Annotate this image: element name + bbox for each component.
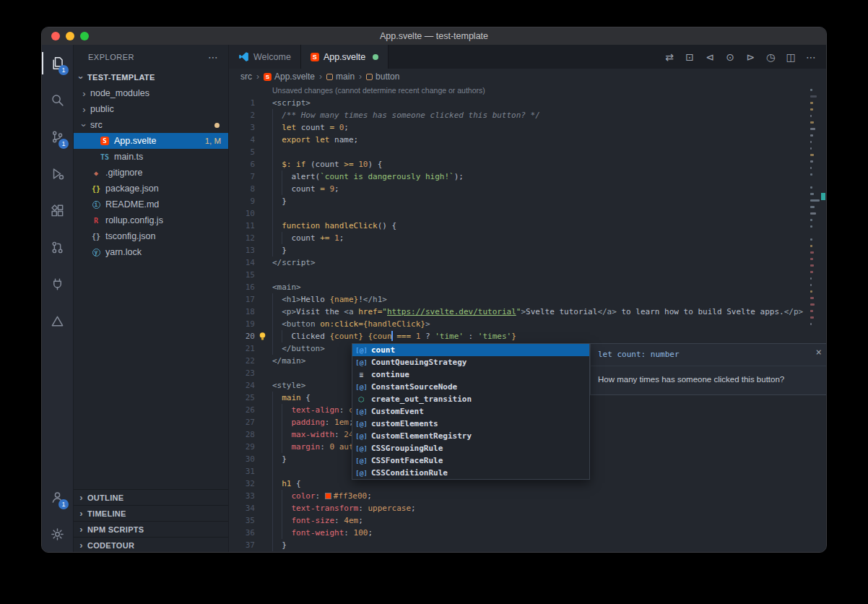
breadcrumb-item-main[interactable]: main [326,72,355,82]
code-line-34[interactable]: 34text-transform: uppercase; [229,502,826,514]
tree-item-public[interactable]: ›public [74,101,228,117]
line-number[interactable]: 5 [229,146,255,158]
tree-item-src[interactable]: ›src [74,117,228,133]
suggest-item-countqueuingstrategy[interactable]: [@]CountQueuingStrategy [352,356,589,368]
code-line-8[interactable]: 8count = 9; [229,183,826,195]
line-number[interactable]: 18 [229,306,255,318]
line-number[interactable]: 1 [229,97,255,109]
line-number[interactable]: 16 [229,281,255,293]
line-number[interactable]: 14 [229,256,255,269]
line-number[interactable]: 2 [229,109,255,121]
line-number[interactable]: 34 [229,502,255,514]
code-line-3[interactable]: 3let count = 0; [229,121,826,134]
activity-item-explorer[interactable]: 1 [42,45,73,82]
line-number[interactable]: 28 [229,428,255,441]
breadcrumb-item-app-svelte[interactable]: SApp.svelte [264,72,315,82]
code-line-35[interactable]: 35font-size: 4em; [229,514,826,527]
tab-app-svelte[interactable]: SApp.svelte [301,45,389,69]
code-line-10[interactable]: 10 [229,207,826,220]
code-line-11[interactable]: 11function handleClick() { [229,220,826,232]
section-npm-scripts[interactable]: ›NPM SCRIPTS [74,521,228,537]
code-line-2[interactable]: 2/** How many times has someone clicked … [229,109,826,121]
file-history-icon[interactable]: ◷ [761,51,780,63]
line-number[interactable]: 21 [229,342,255,355]
tree-item-main-ts[interactable]: TSmain.ts [74,149,228,165]
compare-changes-icon[interactable]: ⇄ [660,51,679,63]
line-number[interactable]: 6 [229,158,255,171]
line-number[interactable]: 30 [229,453,255,465]
line-number[interactable]: 25 [229,392,255,404]
code-line-19[interactable]: 19<button on:click={handleClick}> [229,318,826,330]
open-changes-icon[interactable]: ⊡ [680,51,699,63]
activity-item-source-control[interactable]: 1 [42,118,73,155]
line-number[interactable]: 23 [229,367,255,379]
tree-item-package-json[interactable]: {}package.json [74,181,228,197]
code-line-5[interactable]: 5 [229,146,826,158]
activity-item-remote-explorer[interactable] [42,266,73,303]
next-change-icon[interactable]: ⊳ [741,51,760,63]
breadcrumb-item-src[interactable]: src [240,72,252,82]
code-line-20[interactable]: 20Clicked {count} {coun === 1 ? 'time' :… [229,330,826,342]
line-number[interactable]: 7 [229,171,255,183]
more-actions-icon[interactable]: ⋯ [802,51,820,63]
previous-change-icon[interactable]: ⊲ [700,51,719,63]
code-line-36[interactable]: 36font-weight: 100; [229,527,826,539]
code-line-4[interactable]: 4export let name; [229,134,826,146]
color-swatch[interactable] [325,493,331,499]
tree-item-readme-md[interactable]: iREADME.md [74,197,228,212]
line-number[interactable]: 37 [229,539,255,551]
line-number[interactable]: 29 [229,441,255,453]
more-actions-icon[interactable]: ⋯ [208,51,218,63]
line-number[interactable]: 13 [229,244,255,256]
line-number[interactable]: 3 [229,121,255,134]
tree-item-tsconfig-json[interactable]: {}tsconfig.json [74,228,228,244]
tree-item-app-svelte[interactable]: SApp.svelte1, M [74,133,228,149]
zoom-window-button[interactable] [80,32,89,40]
minimize-window-button[interactable] [66,32,74,40]
gitlens-blame-icon[interactable]: ⊙ [721,51,739,63]
title-bar[interactable]: App.svelte — test-template [42,27,826,45]
tree-item--gitignore[interactable]: ◆.gitignore [74,165,228,181]
split-editor-icon[interactable]: ◫ [781,51,800,63]
minimap[interactable] [810,85,820,553]
code-line-15[interactable]: 15 [229,269,826,281]
line-number[interactable]: 24 [229,379,255,392]
tree-item-node-modules[interactable]: ›node_modules [74,85,228,101]
line-number[interactable]: 11 [229,220,255,232]
suggest-item-continue[interactable]: ≣continue [352,368,589,381]
close-icon[interactable]: × [816,346,822,358]
line-number[interactable]: 8 [229,183,255,195]
line-number[interactable]: 32 [229,478,255,490]
code-line-14[interactable]: 14</script> [229,256,826,269]
suggest-item-create_out_transition[interactable]: ⬡create_out_transition [352,393,589,405]
suggest-item-cssgroupingrule[interactable]: [@]CSSGroupingRule [352,442,589,454]
section-timeline[interactable]: ›TIMELINE [74,505,228,521]
suggest-item-cssconditionrule[interactable]: [@]CSSConditionRule [352,467,589,479]
code-line-16[interactable]: 16<main> [229,281,826,293]
code-line-9[interactable]: 9} [229,195,826,207]
activity-item-settings[interactable] [42,516,73,553]
suggest-item-customevent[interactable]: [@]CustomEvent [352,405,589,418]
line-number[interactable]: 12 [229,232,255,244]
suggest-item-customelements[interactable]: [@]customElements [352,418,589,430]
tree-item-rollup-config-js[interactable]: Rrollup.config.js [74,212,228,228]
line-number[interactable]: 9 [229,195,255,207]
code-line-37[interactable]: 37} [229,539,826,551]
code-line-17[interactable]: 17<h1>Hello {name}!</h1> [229,293,826,306]
line-number[interactable]: 10 [229,207,255,220]
suggest-item-cssfontfacerule[interactable]: [@]CSSFontFaceRule [352,454,589,467]
tree-item-yarn-lock[interactable]: yyarn.lock [74,244,228,260]
line-number[interactable]: 26 [229,404,255,416]
line-number[interactable]: 36 [229,527,255,539]
code-line-13[interactable]: 13} [229,244,826,256]
line-number[interactable]: 22 [229,355,255,367]
line-number[interactable]: 17 [229,293,255,306]
code-line-12[interactable]: 12count += 1; [229,232,826,244]
line-number[interactable]: 20 [229,330,255,342]
unsaved-dot[interactable] [373,54,378,60]
editor-pane[interactable]: Unsaved changes (cannot determine recent… [229,85,826,553]
activity-item-run-and-debug[interactable] [42,155,73,192]
line-number[interactable]: 4 [229,134,255,146]
code-line-33[interactable]: 33color: #ff3e00; [229,490,826,502]
line-number[interactable]: 19 [229,318,255,330]
